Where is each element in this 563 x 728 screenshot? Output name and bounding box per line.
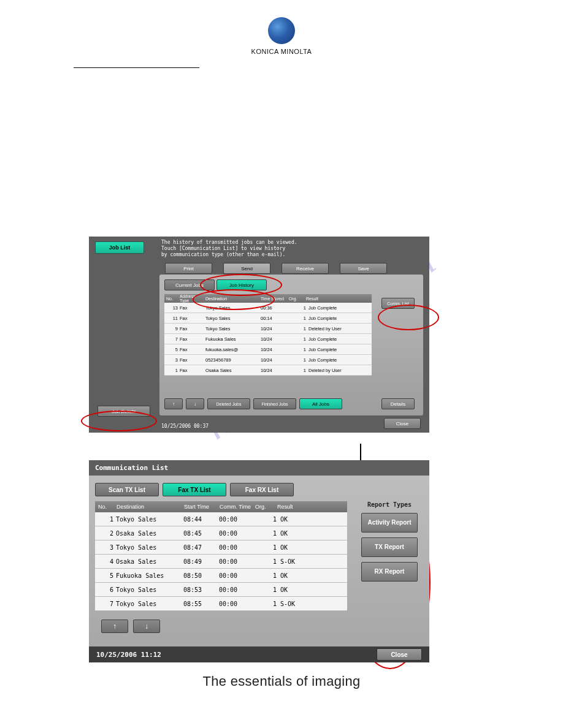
table-row[interactable]: 11FaxTokyo Sales00:141Job Complete <box>164 313 372 324</box>
timestamp: 10/25/2006 11:12 <box>96 651 161 659</box>
scroll-up-button[interactable]: ↑ <box>101 620 128 633</box>
close-button[interactable]: Close <box>384 418 421 429</box>
activity-report-button[interactable]: Activity Report <box>361 513 418 533</box>
tab-save[interactable]: Save <box>340 263 387 274</box>
table-row[interactable]: 9FaxTokyo Sales10/241Deleted by User <box>164 324 372 334</box>
table-row[interactable]: 5Fukuoka Sales08:5000:001OK <box>95 569 347 583</box>
tab-receive[interactable]: Receive <box>282 263 329 274</box>
job-history-table: No. Address Type Destination Time Stored… <box>164 294 372 376</box>
sub-tabs: Current Jobs Job History <box>164 279 267 290</box>
table-header: No. Address Type Destination Time Stored… <box>164 294 372 303</box>
timestamp: 10/25/2006 00:37 <box>161 423 209 429</box>
scroll-down-button[interactable]: ↓ <box>133 620 160 633</box>
job-list-button[interactable]: Job List <box>95 241 144 254</box>
table-header: No. Destination Start Time Comm. Time Or… <box>95 501 347 512</box>
section-underline <box>74 66 199 68</box>
close-button[interactable]: Close <box>377 648 422 661</box>
scroll-up-button[interactable]: ↑ <box>164 398 183 409</box>
col-comm-time: Comm. Time <box>220 504 255 510</box>
screen-footer: 10/25/2006 11:12 Close <box>89 646 429 662</box>
communication-list-screen: Communication List Scan TX List Fax TX L… <box>89 460 429 662</box>
screen-message: The history of transmitted jobs can be v… <box>161 240 297 258</box>
col-org: Org. <box>289 297 306 301</box>
list-tabs: Scan TX List Fax TX List Fax RX List <box>89 476 429 501</box>
col-start-time: Start Time <box>184 504 220 510</box>
col-time-stored: Time Stored <box>261 297 289 301</box>
report-types-sidebar: Report Types Activity Report TX Report R… <box>356 501 423 633</box>
finished-jobs-button[interactable]: Finished Jobs <box>253 398 296 409</box>
tagline: The essentials of imaging <box>0 673 563 689</box>
table-row[interactable]: 2Osaka Sales08:4500:001OK <box>95 526 347 540</box>
brand-logo: KONICA MINOLTA <box>0 0 563 55</box>
tab-send[interactable]: Send <box>223 263 270 274</box>
tab-fax-rx[interactable]: Fax RX List <box>230 483 294 496</box>
screen-title: Communication List <box>89 460 429 476</box>
col-result: Result <box>306 297 367 301</box>
filter-row: ↑ ↓ Deleted Jobs Finished Jobs All Jobs <box>164 398 342 409</box>
comm-list-table: No. Destination Start Time Comm. Time Or… <box>95 501 347 633</box>
subtab-current-jobs[interactable]: Current Jobs <box>164 279 215 290</box>
scroll-controls: ↑ ↓ <box>95 611 347 633</box>
table-row[interactable]: 13FaxTokyo Sales00:361Job Complete <box>164 303 372 313</box>
all-jobs-button[interactable]: All Jobs <box>299 398 342 409</box>
col-address-type: Address Type <box>180 294 205 303</box>
logo-globe-icon <box>268 17 295 44</box>
table-row[interactable]: 7FaxFukuoka Sales10/241Job Complete <box>164 334 372 344</box>
subtab-job-history[interactable]: Job History <box>216 279 267 290</box>
col-org: Org. <box>255 504 277 510</box>
col-result: Result <box>277 504 326 510</box>
deleted-jobs-button[interactable]: Deleted Jobs <box>207 398 250 409</box>
tab-print[interactable]: Print <box>165 263 212 274</box>
col-no: No. <box>164 297 180 301</box>
table-row[interactable]: 7Tokyo Sales08:5500:001S-OK <box>95 597 347 611</box>
table-row[interactable]: 1Tokyo Sales08:4400:001OK <box>95 512 347 526</box>
brand-name: KONICA MINOLTA <box>0 48 563 55</box>
table-row[interactable]: 5Faxfukuoka.sales@10/241Job Complete <box>164 344 372 355</box>
report-types-title: Report Types <box>356 501 423 508</box>
job-list-screen: Job List The history of transmitted jobs… <box>89 237 429 433</box>
table-row[interactable]: 6Tokyo Sales08:5300:001OK <box>95 583 347 597</box>
col-no: No. <box>95 504 117 510</box>
job-history-panel: Current Jobs Job History No. Address Typ… <box>159 275 423 415</box>
scroll-down-button[interactable]: ↓ <box>186 398 204 409</box>
details-button[interactable]: Details <box>381 398 415 409</box>
table-row[interactable]: 4Osaka Sales08:4900:001S-OK <box>95 555 347 569</box>
table-row[interactable]: 3Fax052345678910/241Job Complete <box>164 355 372 365</box>
tab-scan-tx[interactable]: Scan TX List <box>95 483 159 496</box>
comm-list-button[interactable]: Comm. List <box>381 298 415 309</box>
table-row[interactable]: 1FaxOsaka Sales10/241Deleted by User <box>164 365 372 376</box>
col-destination: Destination <box>117 504 184 510</box>
job-details-button[interactable]: Job Details <box>98 406 150 417</box>
table-row[interactable]: 3Tokyo Sales08:4700:001OK <box>95 540 347 555</box>
tx-report-button[interactable]: TX Report <box>361 537 418 557</box>
category-tabs: Print Send Receive Save <box>165 263 387 274</box>
col-destination: Destination <box>205 297 261 301</box>
rx-report-button[interactable]: RX Report <box>361 562 418 582</box>
tab-fax-tx[interactable]: Fax TX List <box>163 483 226 496</box>
